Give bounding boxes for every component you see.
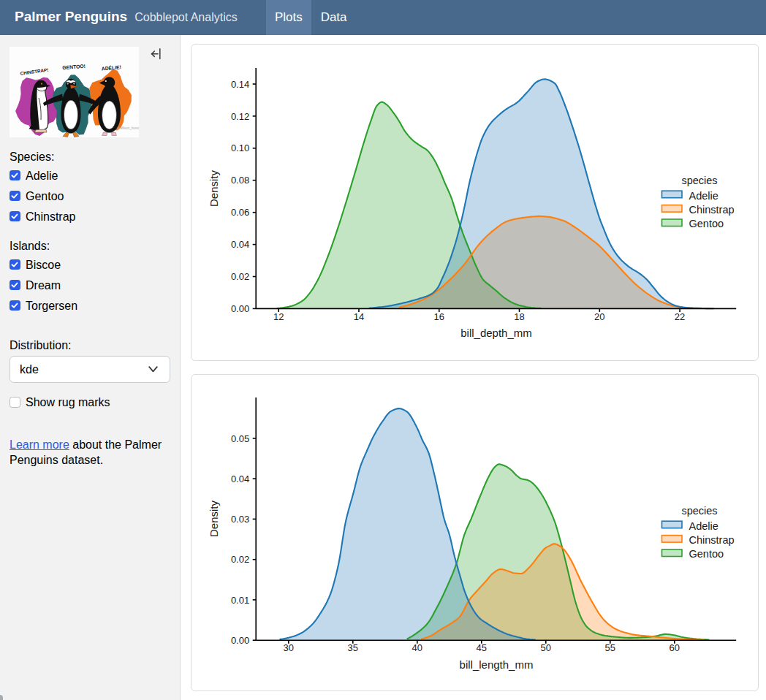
svg-text:16: 16	[433, 311, 444, 322]
svg-text:30: 30	[283, 643, 293, 654]
svg-text:0.12: 0.12	[230, 111, 249, 122]
svg-text:bill_length_mm: bill_length_mm	[459, 658, 533, 671]
svg-text:0.14: 0.14	[230, 79, 249, 90]
svg-text:60: 60	[669, 643, 679, 654]
svg-text:0.00: 0.00	[230, 635, 249, 646]
svg-text:Density: Density	[208, 501, 220, 538]
svg-text:40: 40	[412, 643, 422, 654]
svg-text:Chinstrap: Chinstrap	[689, 204, 734, 216]
svg-text:0.05: 0.05	[230, 433, 249, 444]
svg-text:0.00: 0.00	[230, 303, 249, 314]
svg-text:0.08: 0.08	[230, 175, 249, 186]
svg-text:Adelie: Adelie	[689, 520, 718, 532]
svg-text:0.06: 0.06	[230, 207, 249, 218]
svg-text:0.04: 0.04	[230, 473, 249, 484]
svg-text:Gentoo: Gentoo	[689, 549, 724, 560]
svg-text:14: 14	[353, 311, 363, 322]
svg-text:species: species	[681, 175, 717, 186]
svg-text:12: 12	[273, 311, 283, 322]
svg-text:35: 35	[347, 643, 357, 654]
svg-text:0.04: 0.04	[230, 239, 249, 250]
svg-text:22: 22	[674, 311, 684, 322]
svg-text:50: 50	[540, 643, 550, 654]
svg-text:bill_depth_mm: bill_depth_mm	[460, 327, 532, 339]
svg-text:45: 45	[476, 643, 486, 654]
svg-text:0.10: 0.10	[230, 142, 249, 153]
svg-text:0.03: 0.03	[230, 514, 249, 525]
svg-text:species: species	[681, 505, 717, 517]
svg-text:0.02: 0.02	[230, 555, 249, 566]
svg-text:20: 20	[594, 311, 604, 322]
svg-text:55: 55	[604, 643, 615, 654]
svg-text:Adelie: Adelie	[689, 190, 718, 202]
svg-text:0.01: 0.01	[230, 595, 249, 606]
svg-text:Gentoo: Gentoo	[689, 218, 724, 229]
svg-text:@allison_horst: @allison_horst	[117, 126, 140, 130]
svg-text:18: 18	[514, 311, 524, 322]
svg-text:0.02: 0.02	[230, 271, 249, 282]
svg-text:Chinstrap: Chinstrap	[689, 534, 734, 546]
svg-text:Density: Density	[208, 170, 220, 207]
